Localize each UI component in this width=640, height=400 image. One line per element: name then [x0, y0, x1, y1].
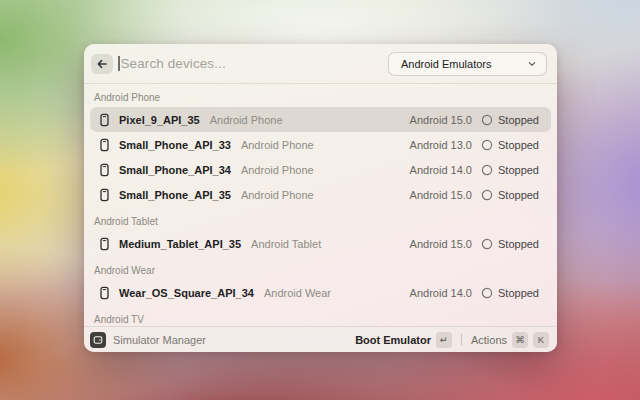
smartphone-icon — [98, 163, 111, 177]
device-name: Pixel_9_API_35 — [119, 114, 200, 126]
device-row[interactable]: Small_Phone_API_34 Android Phone Android… — [90, 157, 551, 182]
circle-outline-icon — [481, 164, 493, 176]
simulator-manager-window: Search devices... Android Emulators Andr… — [84, 44, 557, 352]
device-status-label: Stopped — [498, 189, 539, 201]
text-caret — [118, 56, 120, 71]
section-header: Android Phone — [94, 91, 551, 104]
app-name-label: Simulator Manager — [113, 334, 206, 346]
device-list[interactable]: Android Phone Pixel_9_API_35 Android Pho… — [84, 84, 557, 326]
chevron-down-icon — [527, 59, 537, 69]
device-status: Stopped — [481, 114, 543, 126]
footer-divider — [461, 334, 462, 345]
device-status-label: Stopped — [498, 164, 539, 176]
device-type: Android Phone — [241, 164, 314, 176]
section-rows: Wear_OS_Square_API_34 Android Wear Andro… — [90, 280, 551, 305]
circle-outline-icon — [481, 189, 493, 201]
device-os-version: Android 14.0 — [410, 164, 472, 176]
device-os-version: Android 13.0 — [410, 139, 472, 151]
device-status: Stopped — [481, 238, 543, 250]
device-status: Stopped — [481, 287, 543, 299]
device-row[interactable]: Medium_Tablet_API_35 Android Tablet Andr… — [90, 231, 551, 256]
circle-outline-icon — [481, 287, 493, 299]
boot-emulator-button[interactable]: Boot Emulator ↵ — [355, 332, 452, 348]
device-status-label: Stopped — [498, 139, 539, 151]
circle-outline-icon — [481, 139, 493, 151]
section-header: Android Wear — [94, 264, 551, 277]
device-os-version: Android 15.0 — [410, 238, 472, 250]
device-status: Stopped — [481, 189, 543, 201]
device-status: Stopped — [481, 139, 543, 151]
header: Search devices... Android Emulators — [84, 44, 557, 84]
device-name: Medium_Tablet_API_35 — [119, 238, 241, 250]
k-key-icon: K — [533, 332, 549, 348]
device-section: Android TV — [90, 313, 551, 326]
actions-button[interactable]: Actions ⌘ K — [471, 332, 549, 348]
section-rows: Medium_Tablet_API_35 Android Tablet Andr… — [90, 231, 551, 256]
device-os-version: Android 15.0 — [410, 114, 472, 126]
device-name: Wear_OS_Square_API_34 — [119, 287, 254, 299]
return-key-icon: ↵ — [436, 332, 452, 348]
device-os-version: Android 14.0 — [410, 287, 472, 299]
circle-outline-icon — [481, 114, 493, 126]
dropdown-selected-value: Android Emulators — [401, 58, 527, 70]
section-rows: Pixel_9_API_35 Android Phone Android 15.… — [90, 107, 551, 207]
device-type: Android Tablet — [251, 238, 321, 250]
footer: Simulator Manager Boot Emulator ↵ Action… — [84, 326, 557, 352]
device-row[interactable]: Small_Phone_API_33 Android Phone Android… — [90, 132, 551, 157]
smartphone-icon — [98, 138, 111, 152]
desktop-background: Search devices... Android Emulators Andr… — [0, 0, 640, 400]
search-placeholder: Search devices... — [121, 56, 226, 71]
device-status-label: Stopped — [498, 287, 539, 299]
device-section: Android Phone Pixel_9_API_35 Android Pho… — [90, 91, 551, 207]
circle-outline-icon — [481, 238, 493, 250]
device-type: Android Wear — [264, 287, 331, 299]
simulator-manager-app-icon — [90, 332, 106, 348]
device-name: Small_Phone_API_34 — [119, 164, 231, 176]
section-header: Android Tablet — [94, 215, 551, 228]
section-header: Android TV — [94, 313, 551, 326]
device-type: Android Phone — [210, 114, 283, 126]
device-row[interactable]: Pixel_9_API_35 Android Phone Android 15.… — [90, 107, 551, 132]
device-os-version: Android 15.0 — [410, 189, 472, 201]
device-type: Android Phone — [241, 189, 314, 201]
device-row[interactable]: Wear_OS_Square_API_34 Android Wear Andro… — [90, 280, 551, 305]
actions-label: Actions — [471, 334, 507, 346]
search-input[interactable]: Search devices... — [118, 56, 388, 71]
smartphone-icon — [98, 237, 111, 251]
back-button[interactable] — [91, 54, 113, 74]
arrow-left-icon — [96, 58, 108, 70]
device-status: Stopped — [481, 164, 543, 176]
device-name: Small_Phone_API_33 — [119, 139, 231, 151]
boot-emulator-label: Boot Emulator — [355, 334, 431, 346]
device-status-label: Stopped — [498, 114, 539, 126]
smartphone-icon — [98, 286, 111, 300]
emulator-type-dropdown[interactable]: Android Emulators — [388, 52, 547, 76]
device-row[interactable]: Small_Phone_API_35 Android Phone Android… — [90, 182, 551, 207]
device-section: Android Wear Wear_OS_Square_API_34 Andro… — [90, 264, 551, 305]
smartphone-icon — [98, 113, 111, 127]
command-key-icon: ⌘ — [512, 332, 528, 348]
device-type: Android Phone — [241, 139, 314, 151]
device-section: Android Tablet Medium_Tablet_API_35 Andr… — [90, 215, 551, 256]
device-status-label: Stopped — [498, 238, 539, 250]
smartphone-icon — [98, 188, 111, 202]
device-name: Small_Phone_API_35 — [119, 189, 231, 201]
